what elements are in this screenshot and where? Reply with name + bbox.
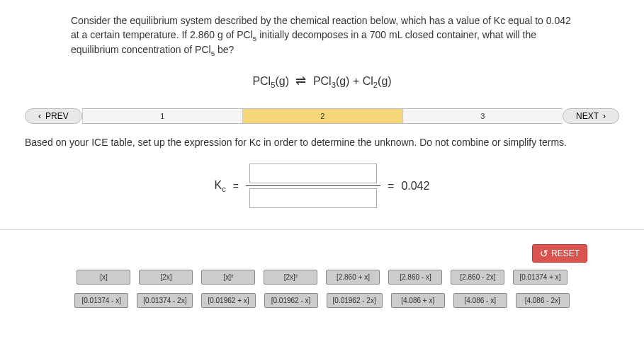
step-1[interactable]: 1: [82, 109, 242, 123]
fraction-line: [246, 185, 380, 186]
tile-option[interactable]: [0.01962 - 2x]: [327, 293, 383, 308]
kc-label: Kc: [215, 179, 226, 193]
equilibrium-arrow-icon: ⇌: [292, 74, 310, 88]
tile-option[interactable]: [4.086 - x]: [453, 293, 507, 308]
tile-option[interactable]: [0.01962 + x]: [201, 293, 255, 308]
step-2[interactable]: 2: [242, 109, 402, 123]
tile-option[interactable]: [x]: [77, 270, 130, 285]
question-text: Consider the equilibrium system describe…: [71, 14, 573, 59]
result-value: 0.042: [401, 180, 429, 193]
reset-icon: ↺: [540, 248, 548, 259]
tile-option[interactable]: [0.01374 - 2x]: [137, 293, 193, 308]
step-3[interactable]: 3: [402, 109, 563, 123]
denominator-drop-zone[interactable]: [249, 188, 377, 208]
numerator-drop-zone[interactable]: [249, 164, 377, 183]
chevron-left-icon: ‹: [38, 111, 41, 121]
tile-option[interactable]: [2.860 + x]: [326, 270, 380, 285]
chevron-right-icon: ›: [603, 111, 606, 121]
prev-button[interactable]: ‹ PREV: [25, 108, 82, 124]
tile-option[interactable]: [2x]: [139, 270, 193, 285]
tile-option[interactable]: [2x]²: [264, 270, 317, 285]
tile-option[interactable]: [x]²: [201, 270, 255, 285]
tiles-row-1: [x] [2x] [x]² [2x]² [2.860 + x] [2.860 -…: [43, 270, 601, 285]
chemical-reaction: PCl5(g) ⇌ PCl3(g) + Cl2(g): [71, 73, 573, 89]
tile-option[interactable]: [4.086 + x]: [391, 293, 445, 308]
divider: [0, 229, 644, 230]
step-navigation: ‹ PREV 1 2 3 NEXT ›: [25, 107, 619, 125]
equation-area: Kc = = 0.042: [0, 164, 644, 208]
equals-sign: =: [233, 180, 239, 192]
tile-option[interactable]: [0.01374 + x]: [513, 270, 567, 285]
reset-button[interactable]: ↺ RESET: [532, 244, 587, 263]
tiles-row-2: [0.01374 - x] [0.01374 - 2x] [0.01962 + …: [43, 293, 601, 308]
tile-option[interactable]: [0.01374 - x]: [74, 293, 128, 308]
instruction-text: Based on your ICE table, set up the expr…: [0, 132, 644, 164]
next-button[interactable]: NEXT ›: [563, 108, 619, 124]
tile-option[interactable]: [4.086 - 2x]: [516, 293, 570, 308]
tile-option[interactable]: [0.01962 - x]: [264, 293, 318, 308]
tile-option[interactable]: [2.860 - 2x]: [451, 270, 504, 285]
result-equals: =: [388, 180, 394, 193]
tile-option[interactable]: [2.860 - x]: [388, 270, 442, 285]
